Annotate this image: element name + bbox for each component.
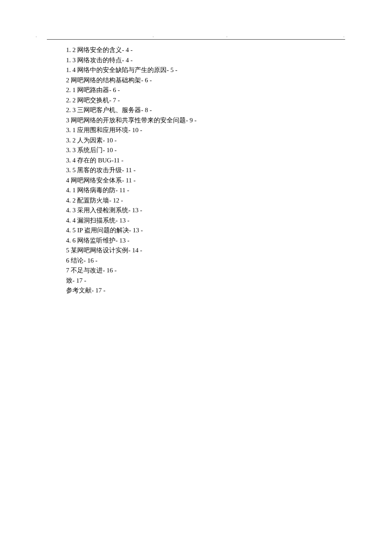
toc-content: 1. 2 网络安全的含义- 4 - 1. 3 网络攻击的特点- 4 - 1. 4… — [66, 45, 196, 296]
toc-entry: 4. 5 IP 盗用问题的解决- 13 - — [66, 225, 196, 236]
toc-entry: 6 结论- 16 - — [66, 256, 196, 266]
toc-entry: 致- 17 - — [66, 276, 196, 286]
toc-entry: 1. 4 网络中的安全缺陷与产生的原因- 5 - — [66, 65, 196, 75]
toc-entry: 3. 1 应用围和应用环境- 10 - — [66, 125, 196, 136]
toc-entry: 3. 4 存在的 BUG-11 - — [66, 156, 196, 166]
toc-entry: 2 网吧网络的结构基础构架- 6 - — [66, 75, 196, 86]
toc-entry: 4. 4 漏洞扫描系统- 13 - — [66, 216, 196, 226]
toc-entry: 3. 2 人为因素- 10 - — [66, 136, 196, 146]
toc-entry: 3. 3 系统后门- 10 - — [66, 145, 196, 156]
toc-entry: 7 不足与改进- 16 - — [66, 266, 196, 276]
toc-entry: 2. 2 网吧交换机- 7 - — [66, 95, 196, 106]
header-rule — [47, 39, 345, 40]
header-dots: . . . . — [0, 33, 392, 38]
toc-entry: 3 网吧网络的开放和共享性带来的安全问题- 9 - — [66, 116, 196, 126]
toc-entry: 4. 2 配置防火墙- 12 - — [66, 196, 196, 206]
header-dots-right: . . — [226, 33, 356, 38]
toc-entry: 2. 1 网吧路由器- 6 - — [66, 85, 196, 95]
toc-entry: 参考文献- 17 - — [66, 286, 196, 296]
toc-entry: 3. 5 黑客的攻击升级- 11 - — [66, 165, 196, 176]
toc-entry: 1. 3 网络攻击的特点- 4 - — [66, 55, 196, 66]
toc-entry: 4. 1 网络病毒的防- 11 - — [66, 185, 196, 196]
toc-entry: 4. 6 网络监听维护- 13 - — [66, 236, 196, 246]
header-dots-left: . . — [36, 33, 166, 38]
toc-entry: 5 某网吧网络设计实例- 14 - — [66, 246, 196, 256]
toc-entry: 2. 3 三网吧客户机、服务器- 8 - — [66, 105, 196, 116]
toc-entry: 4. 3 采用入侵检测系统- 13 - — [66, 205, 196, 216]
toc-entry: 4 网吧网络安全体系- 11 - — [66, 176, 196, 186]
toc-entry: 1. 2 网络安全的含义- 4 - — [66, 45, 196, 55]
